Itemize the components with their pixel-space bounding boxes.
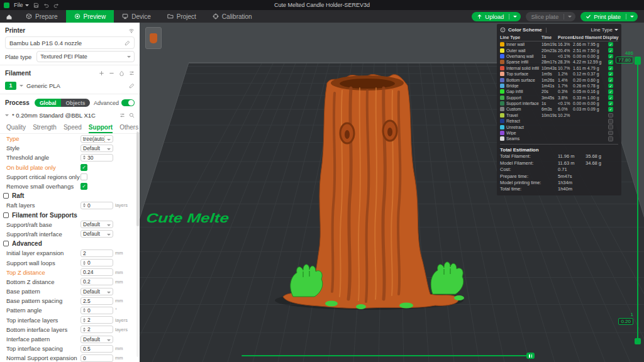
sidebar-scrollbar[interactable]	[136, 131, 139, 357]
select-style[interactable]: Default	[80, 145, 113, 152]
spinner-arrows[interactable]	[83, 327, 86, 332]
select-support-raft-interface[interactable]: Default	[80, 230, 113, 238]
param-tab-speed[interactable]: Speed	[64, 122, 82, 133]
display-checkbox[interactable]	[608, 66, 613, 71]
tab-preview[interactable]: Preview	[66, 10, 114, 23]
filament-slot-badge[interactable]: 1	[5, 82, 16, 90]
layer-slider-handle-bottom[interactable]	[635, 338, 641, 344]
plate-type-select[interactable]: Textured PEI Plate	[36, 51, 135, 62]
sliders-icon[interactable]	[129, 70, 135, 76]
param-tab-others[interactable]: Others	[119, 122, 138, 133]
param-tab-support[interactable]: Support	[89, 122, 113, 133]
display-checkbox[interactable]	[608, 42, 613, 47]
checkbox-remove-small-overhangs[interactable]	[80, 183, 87, 190]
input-top-interface-layers[interactable]: 2	[80, 316, 113, 324]
display-checkbox[interactable]	[608, 101, 613, 106]
print-plate-button[interactable]: Print plate	[580, 12, 638, 21]
home-tab[interactable]	[0, 10, 18, 23]
input-bottom-interface-layers[interactable]: 2	[80, 326, 113, 333]
upload-button[interactable]: Upload	[472, 12, 521, 21]
flush-icon[interactable]	[119, 70, 125, 76]
input-pattern-angle[interactable]: 0	[80, 307, 113, 314]
display-checkbox[interactable]	[608, 72, 613, 77]
slice-dropdown-caret[interactable]	[564, 16, 575, 18]
input-top-z-distance[interactable]: 0.24	[80, 268, 113, 276]
slice-plate-button[interactable]: Slice plate	[526, 12, 575, 21]
display-checkbox[interactable]	[608, 124, 613, 129]
process-preset-row[interactable]: * 0.20mm Standard @BBL X1C	[0, 109, 140, 121]
edit-icon[interactable]	[125, 40, 130, 46]
select-interface-pattern[interactable]: Default	[80, 336, 113, 343]
tab-project[interactable]: Project	[159, 10, 204, 23]
process-scope-toggle[interactable]: Global Objects	[35, 99, 90, 107]
checkbox-on-build-plate-only[interactable]	[80, 164, 87, 171]
input-top-interface-spacing[interactable]: 0.5	[80, 345, 113, 353]
param-section-filament-for-supports[interactable]: Filament for Supports	[0, 211, 140, 220]
viewport[interactable]: Cute Melte	[140, 23, 644, 362]
tab-calibration[interactable]: Calibration	[204, 10, 260, 23]
display-checkbox[interactable]	[608, 84, 613, 89]
input-base-pattern-spacing[interactable]: 2.5	[80, 297, 113, 305]
tab-device[interactable]: Device	[114, 10, 159, 23]
display-checkbox[interactable]	[608, 113, 613, 118]
spinner-arrows[interactable]	[83, 203, 86, 207]
checkbox-support-critical-regions-only[interactable]	[80, 173, 87, 180]
param-section-advanced[interactable]: Advanced	[0, 239, 140, 248]
display-cell	[603, 119, 618, 124]
spinner-arrows[interactable]	[83, 261, 86, 265]
display-checkbox[interactable]	[608, 107, 613, 112]
display-checkbox[interactable]	[608, 54, 613, 59]
save-icon[interactable]	[33, 3, 39, 8]
plate-thumbnail[interactable]	[145, 27, 162, 49]
display-checkbox[interactable]	[608, 136, 613, 141]
plus-icon[interactable]	[99, 70, 104, 76]
redo-icon[interactable]	[53, 3, 59, 8]
param-tabs: QualityStrengthSpeedSupportOthers	[0, 122, 140, 134]
input-threshold-angle[interactable]: 30	[80, 154, 113, 162]
sliders-icon[interactable]	[119, 112, 125, 118]
printer-name-row[interactable]: Bambu Lab P1S 0.4 nozzle	[5, 36, 135, 49]
filament-cell: 0.33 m 1.00 g	[573, 96, 603, 100]
layer-slider-track[interactable]	[637, 59, 638, 343]
time-cell: 10m19s	[541, 113, 558, 118]
display-checkbox[interactable]	[608, 131, 613, 136]
advanced-toggle[interactable]	[121, 99, 135, 106]
input-raft-layers[interactable]: 0	[80, 202, 113, 209]
view-type-select[interactable]: Line Type	[591, 27, 618, 33]
param-section-raft[interactable]: Raft	[0, 191, 140, 200]
display-checkbox[interactable]	[608, 60, 613, 65]
filament-row[interactable]: 1 Generic PLA	[0, 79, 140, 92]
search-icon[interactable]	[129, 112, 135, 118]
input-initial-layer-expansion[interactable]: 2	[80, 250, 113, 257]
spinner-arrows[interactable]	[83, 318, 86, 322]
move-slider-handle[interactable]	[526, 353, 535, 359]
upload-dropdown-caret[interactable]	[509, 16, 521, 18]
undo-icon[interactable]	[43, 3, 49, 8]
display-checkbox[interactable]	[608, 77, 613, 82]
input-normal-support-expansion[interactable]: 0	[80, 354, 113, 362]
display-checkbox[interactable]	[608, 119, 613, 124]
tab-prepare[interactable]: Prepare	[18, 10, 66, 23]
spinner-arrows[interactable]	[83, 308, 86, 312]
input-bottom-z-distance[interactable]: 0.2	[80, 278, 113, 285]
spinner-arrows[interactable]	[83, 155, 86, 160]
param-tab-strength[interactable]: Strength	[33, 122, 57, 133]
input-support-wall-loops[interactable]: 0	[80, 259, 113, 266]
display-checkbox[interactable]	[608, 48, 613, 53]
wifi-icon[interactable]	[128, 28, 135, 34]
file-menu[interactable]: File	[14, 2, 29, 8]
param-tab-quality[interactable]: Quality	[6, 122, 26, 133]
select-base-pattern[interactable]: Default	[80, 288, 113, 295]
scope-global[interactable]: Global	[35, 99, 61, 107]
display-checkbox[interactable]	[608, 95, 613, 100]
minus-icon[interactable]	[109, 70, 114, 76]
select-support-raft-base[interactable]: Default	[80, 221, 113, 228]
display-checkbox[interactable]	[608, 89, 613, 94]
move-slider-track[interactable]	[242, 355, 532, 356]
layer-slider-handle-top[interactable]	[635, 57, 641, 65]
scope-objects[interactable]: Objects	[61, 99, 89, 107]
select-type[interactable]: tree(auto)	[80, 135, 113, 143]
print-dropdown-caret[interactable]	[626, 16, 638, 18]
time-cell: 20s	[541, 89, 558, 94]
edit-icon[interactable]	[129, 83, 135, 89]
